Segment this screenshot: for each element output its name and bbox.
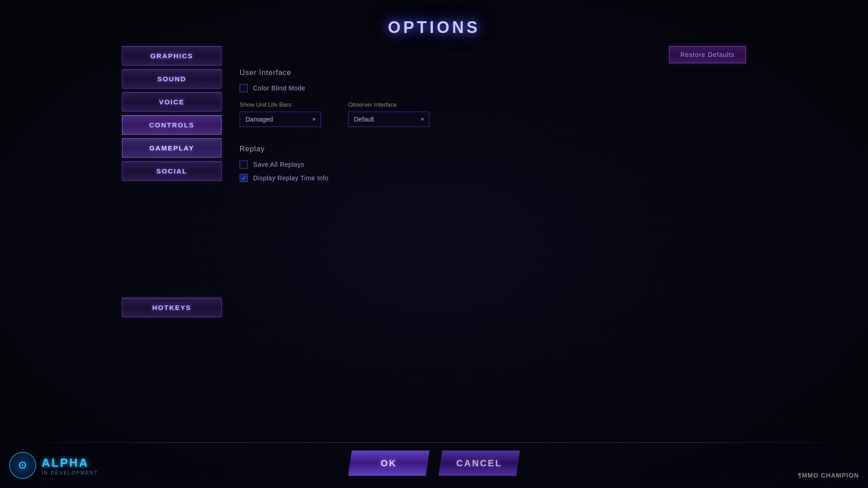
- unit-life-bars-label: Show Unit Life Bars:: [240, 101, 321, 108]
- replay-section: Replay Save All Replays Display Replay T…: [240, 145, 746, 182]
- nav-hotkeys[interactable]: HOTKEYS: [122, 298, 222, 317]
- display-replay-time-checkbox[interactable]: [240, 174, 248, 182]
- observer-interface-label: Observer Interface: [348, 101, 429, 108]
- color-blind-mode-label: Color Blind Mode: [253, 84, 305, 92]
- sidebar: GRAPHICS SOUND VOICE CONTROLS GAMEPLAY S…: [122, 46, 222, 326]
- save-all-replays-checkbox[interactable]: [240, 160, 248, 169]
- logo-text: ALPHA IN DEVELOPMENT: [42, 456, 98, 475]
- restore-defaults-button[interactable]: Restore Defaults: [669, 46, 746, 63]
- display-replay-time-label: Display Replay Time Info: [253, 174, 329, 182]
- nav-voice[interactable]: VOICE: [122, 92, 222, 112]
- observer-interface-group: Observer Interface Default Broadcast Dis…: [348, 101, 429, 127]
- nav-gameplay[interactable]: GAMEPLAY: [122, 138, 222, 158]
- color-blind-mode-checkbox[interactable]: [240, 84, 248, 92]
- dropdowns-row: Show Unit Life Bars: Damaged Always Neve…: [240, 101, 746, 127]
- nav-sound[interactable]: SOUND: [122, 69, 222, 89]
- ok-button[interactable]: OK: [348, 450, 429, 476]
- page-title: OPTIONS: [0, 0, 868, 37]
- unit-life-bars-group: Show Unit Life Bars: Damaged Always Neve…: [240, 101, 321, 127]
- content-area: Restore Defaults User Interface Color Bl…: [222, 46, 746, 326]
- color-blind-mode-row: Color Blind Mode: [240, 84, 746, 92]
- cancel-button[interactable]: CANCEL: [439, 450, 520, 476]
- observer-interface-select[interactable]: Default Broadcast Disabled: [348, 112, 429, 127]
- unit-life-bars-select[interactable]: Damaged Always Never Selected: [240, 112, 321, 127]
- user-interface-section: User Interface Color Blind Mode Show Uni…: [240, 69, 746, 127]
- observer-interface-dropdown-wrapper: Default Broadcast Disabled: [348, 112, 429, 127]
- nav-graphics[interactable]: GRAPHICS: [122, 46, 222, 66]
- display-replay-time-row: Display Replay Time Info: [240, 174, 746, 182]
- unit-life-bars-dropdown-wrapper: Damaged Always Never Selected: [240, 112, 321, 127]
- logo-icon: ⚙: [9, 452, 36, 479]
- mmo-champion-logo: ¶MMO CHAMPION: [798, 472, 859, 479]
- logo-area: ⚙ ALPHA IN DEVELOPMENT: [9, 452, 98, 479]
- nav-social[interactable]: SOCIAL: [122, 161, 222, 181]
- save-all-replays-label: Save All Replays: [253, 161, 304, 168]
- replay-header: Replay: [240, 145, 746, 153]
- save-all-replays-row: Save All Replays: [240, 160, 746, 169]
- logo-sub-text: IN DEVELOPMENT: [42, 470, 98, 475]
- nav-controls[interactable]: CONTROLS: [122, 115, 222, 135]
- user-interface-header: User Interface: [240, 69, 746, 77]
- bottom-bar: OK CANCEL: [0, 438, 868, 488]
- logo-alpha-text: ALPHA: [42, 456, 98, 470]
